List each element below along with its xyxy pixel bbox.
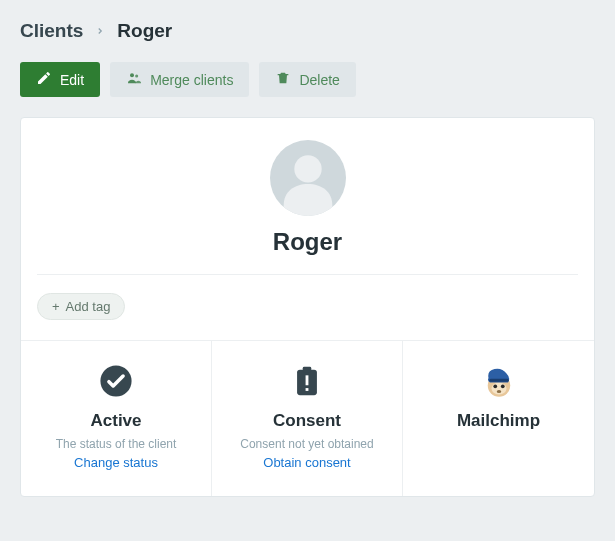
- edit-button-label: Edit: [60, 72, 84, 88]
- client-card: Roger + Add tag Active The status of the…: [20, 117, 595, 497]
- status-active: Active The status of the client Change s…: [21, 341, 212, 496]
- delete-button[interactable]: Delete: [259, 62, 355, 97]
- tag-row: + Add tag: [21, 275, 594, 340]
- merge-clients-button-label: Merge clients: [150, 72, 233, 88]
- avatar: [270, 140, 346, 216]
- plus-icon: +: [52, 299, 60, 314]
- status-active-title: Active: [31, 411, 201, 431]
- svg-rect-10: [489, 379, 509, 382]
- add-tag-button[interactable]: + Add tag: [37, 293, 125, 320]
- status-consent-subtitle: Consent not yet obtained: [222, 437, 392, 451]
- trash-icon: [275, 70, 291, 89]
- svg-point-0: [130, 73, 134, 77]
- merge-clients-button[interactable]: Merge clients: [110, 62, 249, 97]
- status-consent-title: Consent: [222, 411, 392, 431]
- svg-point-12: [500, 384, 504, 388]
- svg-rect-7: [306, 388, 309, 391]
- svg-rect-5: [303, 367, 312, 373]
- obtain-consent-link[interactable]: Obtain consent: [222, 455, 392, 470]
- status-grid: Active The status of the client Change s…: [21, 340, 594, 496]
- add-tag-label: Add tag: [66, 299, 111, 314]
- status-mailchimp-title: Mailchimp: [413, 411, 584, 431]
- merge-icon: [126, 70, 142, 89]
- breadcrumb-root[interactable]: Clients: [20, 20, 83, 42]
- change-status-link[interactable]: Change status: [31, 455, 201, 470]
- checkmark-circle-icon: [31, 361, 201, 401]
- svg-point-13: [496, 390, 501, 393]
- svg-point-1: [135, 74, 138, 77]
- mailchimp-icon: [413, 361, 584, 401]
- client-name: Roger: [21, 228, 594, 256]
- action-bar: Edit Merge clients Delete: [20, 62, 595, 97]
- delete-button-label: Delete: [299, 72, 339, 88]
- pencil-icon: [36, 70, 52, 89]
- edit-button[interactable]: Edit: [20, 62, 100, 97]
- svg-point-2: [294, 155, 321, 182]
- status-mailchimp: Mailchimp: [403, 341, 594, 496]
- breadcrumb-current: Roger: [117, 20, 172, 42]
- status-active-subtitle: The status of the client: [31, 437, 201, 451]
- clipboard-alert-icon: [222, 361, 392, 401]
- svg-point-11: [493, 384, 497, 388]
- chevron-right-icon: [95, 22, 105, 40]
- status-consent: Consent Consent not yet obtained Obtain …: [212, 341, 403, 496]
- svg-rect-6: [306, 375, 309, 385]
- breadcrumb: Clients Roger: [20, 20, 595, 42]
